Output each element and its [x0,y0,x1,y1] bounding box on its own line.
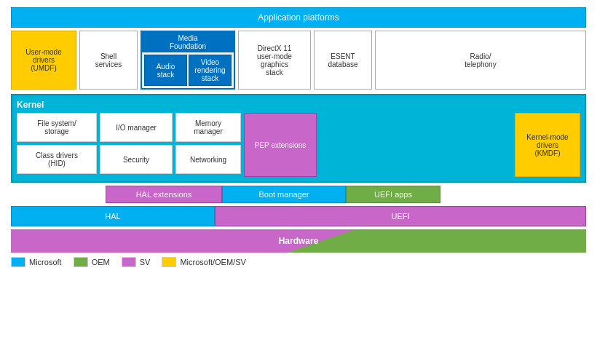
memory-manager-label: Memory manager [194,119,222,135]
legend-microsoft-oem-sv: Microsoft/OEM/SV [162,257,245,267]
kernel-inner: File system/ storage I/O manager Memory … [17,113,580,177]
radio-box: Radio/ telephony [375,31,586,90]
uefi-apps-label: UEFI apps [374,190,412,199]
legend-microsoft: Microsoft [11,257,62,267]
media-foundation-inner: Audio stack Video rendering stack [142,52,234,88]
networking-label: Networking [190,156,226,164]
legend-sv: SV [122,257,151,267]
legend-oem: OEM [74,257,110,267]
filesystem-box: File system/ storage [17,113,97,142]
kernel-spacer [320,113,512,177]
uefi-apps-box: UEFI apps [346,186,440,203]
legend-sv-label: SV [140,258,151,266]
class-drivers-box: Class drivers (HID) [17,145,97,174]
uefi-box: UEFI [215,206,586,226]
filesystem-label: File system/ storage [37,119,76,135]
audio-box: Audio stack [144,55,187,86]
memory-manager-box: Memory manager [175,113,241,142]
umdf-label: User-mode drivers (UMDF) [25,48,61,72]
kernel-section: Kernel File system/ storage I/O manager … [11,94,586,183]
kmdf-container: Kernel-mode drivers (KMDF) [515,113,580,177]
media-foundation-label: Media Foundation [170,34,206,50]
legend-microsoft-label: Microsoft [29,258,62,266]
audio-label: Audio stack [157,63,175,79]
directx-label: DirectX 11 user-mode graphics stack [257,44,292,76]
esent-label: ESENT database [328,52,357,68]
media-foundation-header: Media Foundation [142,32,234,52]
networking-box: Networking [175,145,241,174]
user-mode-row: User-mode drivers (UMDF) Shell services … [11,31,586,90]
kernel-left: File system/ storage I/O manager Memory … [17,113,241,177]
legend-microsoft-swatch [11,257,25,267]
hal-box: HAL [11,206,215,226]
security-label: Security [123,156,149,164]
directx-box: DirectX 11 user-mode graphics stack [238,31,311,90]
hal-uefi-row: HAL UEFI [11,206,586,226]
hardware-label: Hardware [279,236,319,246]
app-platforms-label: Application platforms [258,12,339,23]
kmdf-box: Kernel-mode drivers (KMDF) [515,113,580,177]
kmdf-label: Kernel-mode drivers (KMDF) [526,133,568,157]
umdf-box: User-mode drivers (UMDF) [11,31,76,90]
radio-label: Radio/ telephony [464,52,496,68]
video-label: Video rendering stack [194,58,225,82]
shell-label: Shell services [95,52,122,68]
uefi-label: UEFI [391,212,409,221]
legend: Microsoft OEM SV Microsoft/OEM/SV [11,257,586,267]
legend-microsoft-oem-sv-swatch [162,257,176,267]
shell-box: Shell services [79,31,138,90]
legend-oem-swatch [74,257,88,267]
app-platforms-box: Application platforms [11,7,586,28]
boot-manager-box: Boot manager [222,186,346,203]
hal-extensions-label: HAL extensions [136,190,192,199]
security-box: Security [100,145,173,174]
hal-label: HAL [105,212,120,221]
kernel-row-2: Class drivers (HID) Security Networking [17,145,241,174]
pep-extensions-container: PEP extensions [244,113,317,177]
hardware-row: Hardware [11,229,586,253]
pep-extensions-label: PEP extensions [255,141,306,149]
hal-extensions-row: HAL extensions Boot manager UEFI apps [11,186,586,203]
hal-extensions-box: HAL extensions [106,186,222,203]
diagram-container: Application platforms User-mode drivers … [0,0,597,364]
class-drivers-label: Class drivers (HID) [36,151,78,167]
media-foundation-box: Media Foundation Audio stack Video rende… [141,31,235,90]
kernel-row-1: File system/ storage I/O manager Memory … [17,113,241,142]
legend-oem-label: OEM [92,258,110,266]
pep-extensions-box: PEP extensions [244,113,317,177]
legend-sv-swatch [122,257,136,267]
io-manager-box: I/O manager [100,113,173,142]
video-box: Video rendering stack [189,55,232,86]
boot-manager-label: Boot manager [258,190,309,199]
legend-microsoft-oem-sv-label: Microsoft/OEM/SV [180,258,245,266]
esent-box: ESENT database [314,31,372,90]
kernel-label: Kernel [17,100,580,110]
io-manager-label: I/O manager [116,124,157,132]
hal-ext-spacer [11,186,106,203]
